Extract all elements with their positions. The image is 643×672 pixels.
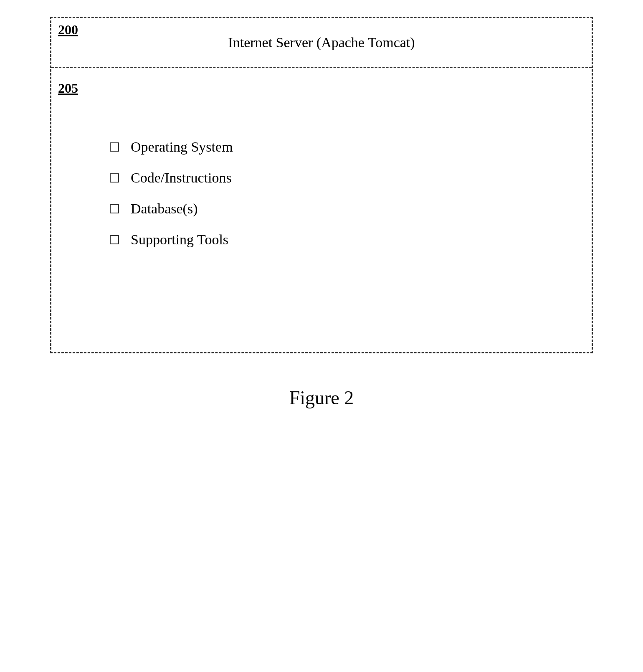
list-item-label-operating-system: Operating System [131,139,233,155]
inner-box: 205 Operating SystemCode/InstructionsDat… [51,68,592,352]
list-item-code-instructions: Code/Instructions [110,170,575,186]
list-item-operating-system: Operating System [110,139,575,155]
list-item-supporting-tools: Supporting Tools [110,232,575,248]
checkbox-icon-databases [110,204,119,213]
internet-server-section: Internet Server (Apache Tomcat) [51,18,592,68]
checkbox-icon-code-instructions [110,173,119,183]
label-205: 205 [58,81,78,96]
outer-box: 200 Internet Server (Apache Tomcat) 205 … [50,17,593,353]
figure-caption: Figure 2 [50,387,593,409]
list-item-databases: Database(s) [110,201,575,217]
list-item-label-databases: Database(s) [131,201,197,217]
list-item-label-code-instructions: Code/Instructions [131,170,232,186]
checkbox-icon-supporting-tools [110,235,119,244]
label-200: 200 [58,22,78,38]
list-item-label-supporting-tools: Supporting Tools [131,232,228,248]
diagram-container: 200 Internet Server (Apache Tomcat) 205 … [50,17,593,409]
checkbox-icon-operating-system [110,142,119,152]
internet-server-text: Internet Server (Apache Tomcat) [228,35,415,51]
bullet-list: Operating SystemCode/InstructionsDatabas… [93,139,575,248]
